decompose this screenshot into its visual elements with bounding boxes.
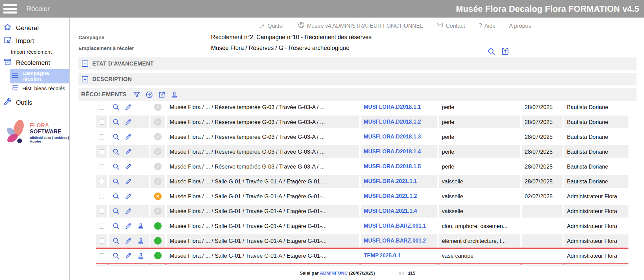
row-id[interactable]: MUSFLORA.2021.1.2 [361,190,437,203]
edit-pencil-icon[interactable] [125,193,132,200]
sidebar-item-recolement[interactable]: Récolement [0,56,69,69]
a-propos-button[interactable]: A propos [509,23,531,29]
current-user[interactable]: Musée v4 ADMINISTRATEUR FONCTIONNEL [298,22,423,30]
contact-button[interactable]: Contact [436,22,465,29]
row-id[interactable]: MUSFLORA.D2018.1.2 [361,116,437,128]
edit-pencil-icon[interactable] [125,118,132,126]
expand-plus-icon[interactable]: + [82,76,88,82]
stamp-icon[interactable] [137,223,144,230]
row-checkbox[interactable] [99,134,104,139]
edit-pencil-icon[interactable] [125,207,132,215]
row-location: Musée Flora / ... / Réserve tempérée G-0… [167,104,359,113]
row-id[interactable]: TEMP.2025.0.1 [361,249,437,262]
row-checkbox[interactable] [99,179,104,184]
sidebar-item-label: Hist. biens récolés [22,85,65,92]
sidebar-item-outils[interactable]: Outils [0,96,69,109]
row-user [564,264,628,266]
recolements-table: ✓ Musée Flora / ... / Réserve tempérée G… [96,104,628,266]
row-object [439,264,520,266]
row-id[interactable]: MUSFLORA.D2018.1.5 [361,160,437,173]
row-object: vaisselle [439,205,520,218]
checklist-icon [11,84,19,93]
question-mark-icon: ? [478,22,482,29]
main-content: Quitter Musée v4 ADMINISTRATEUR FONCTION… [70,18,644,280]
view-record-icon[interactable] [112,104,120,111]
stamp-icon[interactable] [137,252,144,259]
status-check-icon: ✓ [154,118,162,126]
row-id[interactable]: MUSFLORA.D2018.1.4 [361,145,437,158]
view-record-icon[interactable] [112,252,120,259]
row-checkbox[interactable] [99,194,104,199]
table-row: Musée Flora / ... / Salle G-01 / Travée … [96,219,628,233]
sidebar-item-general[interactable]: Général [0,22,69,34]
section-description[interactable]: + DESCRIPTION [78,73,637,85]
row-id[interactable]: MUSFLORA.D2018.1.1 [361,104,437,113]
view-record-icon[interactable] [112,118,120,126]
view-record-icon[interactable] [112,163,120,170]
edit-pencil-icon[interactable] [125,104,132,111]
view-record-icon[interactable] [112,237,120,245]
row-checkbox[interactable] [99,149,104,154]
row-checkbox[interactable] [99,238,104,244]
hamburger-menu-icon[interactable] [3,4,17,14]
expand-plus-icon[interactable]: + [82,60,88,67]
saisi-par-user-link[interactable]: ADMINFONC [320,271,348,276]
stamp-icon[interactable] [170,91,178,99]
row-user: Bautista Doriane [564,116,628,128]
edit-pencil-icon[interactable] [125,163,132,170]
flora-software-logo: FLORA SOFTWARE Bibliothèques | Archives … [0,119,69,147]
row-id[interactable]: MUSFLORA.BARZ.001.1 [361,220,437,232]
row-location: Musée Flora / ... / Réserve tempérée G-0… [167,130,359,143]
row-id[interactable]: MUSFLORA.D2018.1.3 [361,130,437,143]
row-user: Bautista Doriane [564,160,628,173]
table-row: ✓ Musée Flora / ... / Réserve tempérée G… [96,129,628,144]
row-id[interactable]: MUSFLORA.2021.1.4 [361,205,437,218]
quitter-button[interactable]: Quitter [259,22,284,30]
recolements-title: RÉCOLEMENTS [81,91,127,98]
sidebar-item-hist-biens-recoles[interactable]: Hist. biens récolés [0,83,69,94]
row-date [522,264,563,266]
aide-button[interactable]: ? Aide [478,22,496,29]
table-row: ✕ Musée Flora / ... / Salle G-01 / Travé… [96,189,628,204]
view-record-icon[interactable] [112,222,120,230]
row-id[interactable]: MUSFLORA.BARZ.001.2 [361,234,437,247]
edit-pencil-icon[interactable] [125,133,132,141]
utility-bar: Quitter Musée v4 ADMINISTRATEUR FONCTION… [78,21,637,30]
emplacement-label: Emplacement à récoler [78,45,211,51]
stamp-icon[interactable] [137,237,144,245]
edit-pencil-icon[interactable] [125,222,132,230]
view-record-icon[interactable] [112,193,120,200]
edit-pencil-icon[interactable] [125,252,132,259]
row-object: perle [439,116,520,128]
section-etat-avancement[interactable]: + ETAT D'AVANCEMENT [78,57,637,70]
export-window-icon[interactable] [501,47,509,57]
row-checkbox[interactable] [99,209,104,214]
row-checkbox[interactable] [99,105,104,110]
row-checkbox[interactable] [99,224,104,229]
row-user: Administrateur Flora [564,234,628,247]
module-title: Récoler [26,5,50,13]
row-checkbox[interactable] [99,164,104,169]
view-record-icon[interactable] [112,133,120,141]
row-id[interactable]: MUSFLORA.2021.1.1 [361,175,437,188]
view-record-icon[interactable] [112,207,120,215]
sidebar-item-import[interactable]: Import [0,34,69,47]
row-checkbox[interactable] [99,253,104,258]
filter-icon[interactable] [133,91,141,99]
view-record-icon[interactable] [112,148,120,155]
row-id[interactable] [361,264,437,266]
sidebar-item-import-recolement[interactable]: Import récolement [0,47,69,56]
edit-pencil-icon[interactable] [125,237,132,245]
edit-pencil-icon[interactable] [125,148,132,155]
open-external-icon[interactable] [158,91,166,99]
edit-pencil-icon[interactable] [125,178,132,185]
sidebar-item-campagne-recolmt[interactable]: Campagne récolmt. [10,69,69,83]
row-user: Administrateur Flora [564,190,628,203]
view-record-icon[interactable] [112,178,120,185]
row-checkbox[interactable] [99,120,104,125]
add-icon[interactable] [145,91,153,99]
row-date [522,249,563,262]
search-icon[interactable] [487,47,496,57]
row-location: Musée Flora / ... / Salle G-01 / Travée … [167,205,359,218]
row-location: Musée Flora / ... / Salle G-01 / Travée … [167,220,359,232]
